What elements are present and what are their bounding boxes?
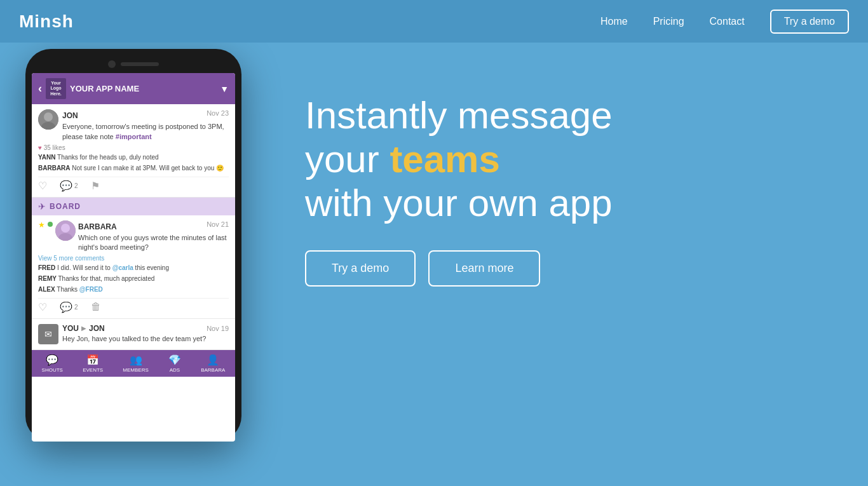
phone-notch (32, 60, 235, 68)
post-jon-tag: #important (116, 133, 152, 140)
bottom-nav-ads[interactable]: 💎 ADS (168, 354, 181, 373)
like-button[interactable]: ♡ (38, 180, 47, 192)
navbar: Minsh Home Pricing Contact Try a demo (0, 0, 868, 43)
board-label: BOARD (50, 202, 81, 211)
hero-buttons: Try a demo Learn more (305, 250, 830, 287)
bottom-nav-shouts[interactable]: 💬 SHOUTS (42, 354, 63, 373)
comment-button[interactable]: 💬 2 (60, 180, 78, 192)
hero-heading: Instantly message your teams with your o… (305, 93, 830, 225)
post-barbara-text: Which one of you guys wrote the minutes … (78, 233, 229, 253)
comment-barbara1: BARBARA Not sure I can make it at 3PM. W… (38, 164, 229, 173)
dm-date: Nov 19 (207, 325, 229, 332)
avatar-barbara (55, 220, 76, 241)
like-button-2[interactable]: ♡ (38, 301, 47, 313)
dm-to: JON (89, 324, 105, 333)
post-barbara-actions: ♡ 💬 2 🗑 (38, 298, 229, 313)
post-jon-date: Nov 23 (207, 109, 229, 117)
comment-button-2[interactable]: 💬 2 (60, 301, 78, 313)
nav-contact[interactable]: Contact (710, 16, 745, 27)
post-barbara-author: BARBARA (78, 222, 117, 231)
dm-from: YOU (62, 324, 79, 333)
post-barbara-date: Nov 21 (207, 220, 229, 228)
nav-home[interactable]: Home (600, 16, 628, 27)
bottom-nav-events[interactable]: 📅 EVENTS (83, 354, 103, 373)
events-label: EVENTS (83, 367, 103, 373)
hero-line1: Instantly message (305, 94, 613, 137)
hero-text-area: Instantly message your teams with your o… (267, 43, 868, 287)
brand-logo[interactable]: Minsh (19, 11, 74, 32)
hero-line2-accent: teams (390, 138, 499, 180)
members-label: MEMBERS (123, 367, 148, 373)
profile-icon: 👤 (207, 354, 219, 366)
svg-point-1 (44, 112, 53, 121)
phone-mockup: ‹ YourLogoHere. YOUR APP NAME ▼ (0, 43, 267, 442)
app-header: ‹ YourLogoHere. YOUR APP NAME ▼ (32, 73, 235, 104)
shouts-icon: 💬 (46, 354, 58, 366)
share-button[interactable]: ⚑ (91, 180, 100, 192)
hero-try-demo-button[interactable]: Try a demo (305, 250, 416, 287)
comment-alex: ALEX Thanks @FRED (38, 285, 229, 294)
dm-text: Hey Jon, have you talked to the dev team… (62, 334, 229, 344)
hero-line2-before: your (305, 138, 390, 180)
app-logo: YourLogoHere. (46, 78, 66, 99)
view-more-comments[interactable]: View 5 more comments (38, 255, 229, 262)
hero-section: ‹ YourLogoHere. YOUR APP NAME ▼ (0, 43, 868, 486)
dm-meta: YOU ▶ JON Nov 19 Hey Jon, have you talke… (62, 324, 229, 344)
nav-try-demo-button[interactable]: Try a demo (770, 10, 849, 34)
profile-label: BARBARA (201, 367, 225, 373)
shouts-label: SHOUTS (42, 367, 63, 373)
online-indicator (48, 222, 53, 227)
back-icon[interactable]: ‹ (38, 82, 42, 95)
post-jon-text: Everyone, tomorrow's meeting is postpone… (62, 122, 229, 142)
comment-fred: FRED I did. Will send it to @carla this … (38, 264, 229, 273)
events-icon: 📅 (86, 354, 99, 366)
phone-camera (108, 60, 116, 68)
bottom-nav-profile[interactable]: 👤 BARBARA (201, 354, 225, 373)
avatar-jon (38, 109, 58, 130)
post-jon: JON Nov 23 Everyone, tomorrow's meeting … (32, 104, 235, 198)
post-jon-author: JON (62, 111, 78, 120)
app-feed: JON Nov 23 Everyone, tomorrow's meeting … (32, 104, 235, 350)
dm-post: ✉ YOU ▶ JON Nov 19 Hey Jon, have you tal… (32, 319, 235, 350)
phone-device: ‹ YourLogoHere. YOUR APP NAME ▼ (25, 49, 241, 442)
nav-pricing[interactable]: Pricing (653, 16, 684, 27)
ads-label: ADS (170, 367, 180, 373)
nav-links: Home Pricing Contact Try a demo (600, 10, 849, 34)
dm-envelope-icon: ✉ (38, 324, 58, 344)
phone-speaker (121, 62, 159, 66)
svg-point-4 (61, 224, 70, 233)
post-jon-actions: ♡ 💬 2 ⚑ (38, 177, 229, 192)
post-jon-meta: JON Nov 23 Everyone, tomorrow's meeting … (62, 109, 229, 142)
board-icon: ✈ (38, 201, 46, 212)
board-section-header: ✈ BOARD (32, 198, 235, 215)
dropdown-icon[interactable]: ▼ (220, 84, 229, 94)
dm-header: YOU ▶ JON Nov 19 (62, 324, 229, 333)
hero-line3: with your own app (305, 182, 613, 224)
dm-arrow-icon: ▶ (81, 325, 86, 332)
bottom-nav: 💬 SHOUTS 📅 EVENTS 👥 MEMBERS 💎 ADS (32, 350, 235, 377)
star-icon: ★ (38, 220, 45, 229)
post-barbara-header: ★ BARBARA Nov 21 (38, 220, 229, 253)
phone-screen: ‹ YourLogoHere. YOUR APP NAME ▼ (32, 73, 235, 442)
post-barbara-meta: BARBARA Nov 21 Which one of you guys wro… (78, 220, 229, 253)
post-jon-header: JON Nov 23 Everyone, tomorrow's meeting … (38, 109, 229, 142)
comment-yann: YANN Thanks for the heads up, duly noted (38, 153, 229, 162)
hero-learn-more-button[interactable]: Learn more (428, 250, 540, 287)
post-jon-likes: 35 likes (38, 144, 229, 151)
delete-button[interactable]: 🗑 (91, 301, 101, 313)
app-name-label: YOUR APP NAME (70, 84, 216, 93)
post-barbara: ★ BARBARA Nov 21 (32, 215, 235, 319)
comment-remy: REMY Thanks for that, much appreciated (38, 274, 229, 283)
bottom-nav-members[interactable]: 👥 MEMBERS (123, 354, 148, 373)
members-icon: 👥 (130, 354, 142, 366)
ads-icon: 💎 (168, 354, 181, 366)
